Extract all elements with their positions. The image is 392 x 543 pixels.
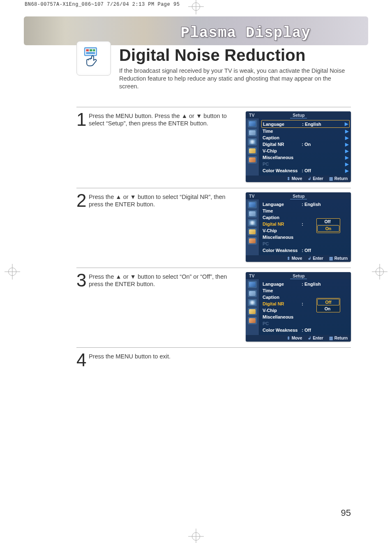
osd-item-time: Time▶ [263, 128, 348, 134]
osd-tab-icons [246, 279, 259, 335]
updown-icon: ⇕ [287, 176, 290, 181]
osd-item-pc: PC▶ [263, 161, 348, 167]
tab-icon [248, 299, 257, 306]
tab-icon [248, 129, 257, 136]
osd-header-left: TV [249, 113, 254, 118]
step-3: 3 Press the ▲ or ▼ button to select “On”… [76, 268, 351, 347]
osd-item-language: Language:English [263, 281, 348, 287]
step-text: Press the ▲ or ▼ button to select “Digit… [89, 192, 228, 262]
crop-mark-left [8, 268, 16, 276]
osd-footer: ⇕Move ↲Enter ▥Return [246, 176, 351, 182]
tab-icon [248, 147, 257, 155]
osd-footer: ⇕Move ↲Enter ▥Return [246, 335, 351, 342]
osd-header-left: TV [249, 194, 254, 199]
step-2: 2 Press the ▲ or ▼ button to select “Dig… [76, 188, 351, 268]
updown-icon: ⇕ [287, 256, 290, 261]
return-icon: ▥ [329, 176, 333, 181]
enter-icon: ↲ [308, 336, 311, 340]
tab-icon [248, 317, 257, 324]
osd-screenshot-2: TV Setup Language:English [246, 192, 351, 262]
enter-icon: ↲ [308, 176, 311, 181]
step-number: 1 [76, 111, 89, 182]
updown-icon: ⇕ [287, 336, 290, 340]
tab-icon [248, 210, 257, 217]
osd-option-popup: Off On [316, 298, 340, 312]
step-text: Press the MENU button. Press the ▲ or ▼ … [89, 111, 228, 182]
svg-rect-0 [85, 48, 97, 55]
osd-item-pc: PC [263, 240, 348, 247]
osd-item-color-weakness: Color Weakness:Off [263, 247, 348, 254]
page: BN68-00757A-X1Eng_086~107 7/26/04 2:13 P… [0, 0, 392, 543]
osd-item-time: Time [263, 208, 348, 214]
enter-icon: ↲ [308, 256, 311, 261]
header-banner: Plasma Display [24, 16, 368, 45]
tab-icon [248, 120, 257, 127]
osd-header-title: Setup [293, 194, 304, 199]
tab-icon [248, 219, 257, 226]
tab-icon [248, 228, 257, 236]
osd-item-color-weakness: Color Weakness:Off▶ [263, 167, 348, 174]
print-meta: BN68-00757A-X1Eng_086~107 7/26/04 2:13 P… [25, 2, 180, 7]
crop-mark-right [376, 268, 384, 276]
tab-icon [248, 138, 257, 146]
return-icon: ▥ [329, 256, 333, 261]
osd-option-off: Off [317, 219, 338, 225]
tab-icon [248, 308, 257, 315]
step-text: Press the MENU button to exit. [89, 352, 228, 368]
osd-item-vchip: V-Chip▶ [263, 148, 348, 154]
product-line-title: Plasma Display [181, 25, 311, 42]
svg-rect-2 [90, 49, 92, 51]
step-4: 4 Press the MENU button to exit. [76, 347, 351, 374]
osd-item-color-weakness: Color Weakness:Off [263, 327, 348, 333]
tab-icon [248, 156, 257, 164]
intro-text: If the broadcast signal received by your… [119, 67, 351, 90]
osd-option-on: On [317, 306, 338, 312]
osd-header-title: Setup [293, 113, 304, 118]
osd-option-popup: Off On [316, 218, 340, 233]
osd-tab-icons [246, 199, 259, 255]
svg-rect-1 [86, 49, 89, 51]
osd-item-time: Time [263, 287, 348, 294]
tab-icon [248, 237, 257, 245]
osd-item-digital-nr: Digital NR:On▶ [263, 141, 348, 148]
osd-footer: ⇕Move ↲Enter ▥Return [246, 255, 351, 262]
osd-item-misc: Miscellaneous [263, 314, 348, 320]
page-number: 95 [341, 508, 351, 518]
osd-item-pc: PC [263, 320, 348, 327]
osd-item-misc: Miscellaneous▶ [263, 154, 348, 161]
osd-screenshot-3: TV Setup Language:English [246, 272, 351, 342]
steps-list: 1 Press the MENU button. Press the ▲ or … [76, 107, 351, 374]
osd-item-caption: Caption▶ [263, 134, 348, 141]
step-text: Press the ▲ or ▼ button to select “On” o… [89, 272, 228, 342]
osd-item-language: Language:English [263, 201, 348, 208]
svg-rect-4 [86, 52, 95, 54]
svg-rect-3 [93, 49, 95, 51]
return-icon: ▥ [329, 336, 333, 340]
osd-screenshot-1: TV Setup Language:English [246, 111, 351, 182]
osd-menu-list: Language:English▶ Time▶ Caption▶ Digital… [259, 118, 351, 176]
osd-option-on-selected: On [317, 225, 339, 232]
osd-header-title: Setup [293, 273, 304, 278]
title-block: Digital Noise Reduction If the broadcast… [119, 46, 351, 90]
osd-tab-icons [246, 118, 259, 176]
hand-press-icon [83, 46, 105, 70]
osd-header-left: TV [249, 273, 254, 278]
step-number: 2 [76, 192, 89, 262]
tab-icon [248, 201, 257, 208]
crop-mark-bottom [192, 532, 200, 541]
osd-item-language: Language:English▶ [261, 120, 350, 128]
osd-option-off-selected: Off [317, 299, 339, 305]
page-title: Digital Noise Reduction [119, 46, 351, 65]
tab-icon [248, 281, 257, 288]
tab-icon [248, 290, 257, 297]
step-1: 1 Press the MENU button. Press the ▲ or … [76, 107, 351, 188]
step-number: 3 [76, 272, 89, 342]
section-icon-box [76, 41, 111, 76]
step-number: 4 [76, 352, 89, 368]
osd-item-misc: Miscellaneous [263, 234, 348, 240]
crop-mark-top [192, 2, 200, 11]
